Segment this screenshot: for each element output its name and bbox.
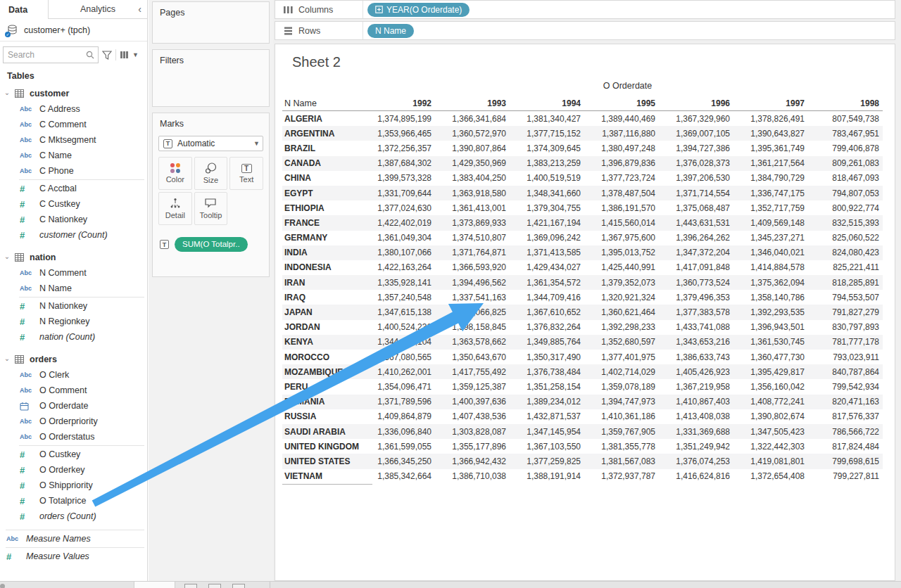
value-cell[interactable]: 1,348,341,660 xyxy=(510,188,584,198)
value-cell[interactable]: 1,363,578,662 xyxy=(435,337,510,347)
field-c-name[interactable]: AbcC Name xyxy=(0,148,147,163)
field-o-orderdate[interactable]: O Orderdate xyxy=(0,398,147,414)
table-group-customer[interactable]: ⌄customer xyxy=(0,86,147,101)
value-cell[interactable]: 1,379,496,353 xyxy=(659,293,733,302)
field-measure-names[interactable]: AbcMeasure Names xyxy=(0,531,147,547)
value-cell[interactable]: 1,371,714,554 xyxy=(659,188,733,198)
value-cell[interactable]: 1,381,567,083 xyxy=(584,456,659,466)
field-customer-count[interactable]: #customer (Count) xyxy=(0,227,147,243)
value-cell[interactable]: 1,429,434,027 xyxy=(510,262,584,272)
value-cell[interactable]: 1,376,074,253 xyxy=(659,456,733,466)
value-cell[interactable]: 1,374,309,645 xyxy=(510,143,584,153)
value-cell[interactable]: 818,467,093 xyxy=(808,173,883,183)
datasource-item[interactable]: ✓ customer+ (tpch) xyxy=(0,19,147,41)
value-cell[interactable]: 1,407,438,536 xyxy=(435,411,510,421)
field-c-acctbal[interactable]: #C Acctbal xyxy=(0,181,147,196)
value-cell[interactable]: 1,322,442,303 xyxy=(733,442,808,452)
field-c-comment[interactable]: AbcC Comment xyxy=(0,117,147,132)
value-cell[interactable]: 1,400,524,231 xyxy=(372,322,435,332)
field-o-orderkey[interactable]: #O Orderkey xyxy=(0,462,147,478)
row-label[interactable]: MOROCCO xyxy=(282,352,372,362)
year-header[interactable]: 1998 xyxy=(808,98,883,108)
new-story-icon[interactable] xyxy=(232,584,245,588)
value-cell[interactable]: 1,383,404,250 xyxy=(435,173,510,183)
value-cell[interactable]: 1,433,741,088 xyxy=(659,322,733,332)
field-n-nationkey[interactable]: #N Nationkey xyxy=(0,298,147,314)
row-label[interactable]: SAUDI ARABIA xyxy=(282,427,372,437)
year-header[interactable]: 1993 xyxy=(435,98,510,108)
value-cell[interactable]: 1,331,369,688 xyxy=(659,427,733,437)
field-c-custkey[interactable]: #C Custkey xyxy=(0,196,147,212)
value-cell[interactable]: 1,395,429,817 xyxy=(733,367,808,377)
value-cell[interactable]: 1,408,772,241 xyxy=(733,397,808,407)
value-cell[interactable]: 1,377,723,724 xyxy=(584,173,659,183)
value-cell[interactable]: 1,429,350,969 xyxy=(435,158,510,168)
column-group-header[interactable]: O Orderdate xyxy=(372,81,883,94)
field-n-regionkey[interactable]: #N Regionkey xyxy=(0,314,147,329)
filters-shelf[interactable]: Filters xyxy=(152,49,270,107)
value-cell[interactable]: 1,398,158,845 xyxy=(435,322,510,332)
value-cell[interactable]: 1,390,807,864 xyxy=(435,143,510,153)
value-cell[interactable]: 1,378,826,491 xyxy=(733,114,808,124)
value-cell[interactable]: 1,374,510,807 xyxy=(435,233,510,243)
row-label[interactable]: PERU xyxy=(282,382,372,392)
field-c-address[interactable]: AbcC Address xyxy=(0,101,147,117)
search-input[interactable] xyxy=(4,50,86,60)
value-cell[interactable]: 1,360,572,970 xyxy=(435,129,510,139)
field-o-totalprice[interactable]: #O Totalprice xyxy=(0,493,147,509)
value-cell[interactable]: 1,375,362,094 xyxy=(733,278,808,288)
value-cell[interactable]: 1,381,340,427 xyxy=(510,114,584,124)
value-cell[interactable]: 1,392,298,233 xyxy=(584,322,659,332)
value-cell[interactable]: 1,358,140,786 xyxy=(733,293,808,302)
text-button[interactable]: T Text xyxy=(229,157,263,190)
value-cell[interactable]: 1,331,709,644 xyxy=(372,188,435,198)
row-label[interactable]: BRAZIL xyxy=(282,143,372,153)
value-cell[interactable]: 1,369,007,105 xyxy=(659,129,733,139)
value-cell[interactable]: 799,227,811 xyxy=(808,471,883,481)
value-cell[interactable]: 1,335,928,141 xyxy=(372,278,435,288)
value-cell[interactable]: 1,414,884,578 xyxy=(733,262,808,272)
value-cell[interactable]: 1,371,413,585 xyxy=(510,248,584,257)
value-cell[interactable]: 1,425,440,991 xyxy=(584,262,659,272)
field-o-comment[interactable]: AbcO Comment xyxy=(0,383,147,398)
value-cell[interactable]: 1,379,352,073 xyxy=(584,278,659,288)
value-cell[interactable]: 1,352,717,759 xyxy=(733,203,808,213)
value-cell[interactable]: 1,372,937,787 xyxy=(584,471,659,481)
search-input-box[interactable] xyxy=(3,46,99,63)
value-cell[interactable]: 1,337,541,163 xyxy=(435,293,510,302)
field-n-comment[interactable]: AbcN Comment xyxy=(0,265,147,281)
rows-pill[interactable]: N Name xyxy=(367,24,414,38)
value-cell[interactable]: 1,394,496,562 xyxy=(435,278,510,288)
table-group-nation[interactable]: ⌄nation xyxy=(0,250,147,265)
value-cell[interactable]: 799,406,878 xyxy=(808,143,883,153)
value-cell[interactable]: 1,377,259,825 xyxy=(510,456,584,466)
value-cell[interactable]: 1,354,096,471 xyxy=(372,382,435,392)
value-cell[interactable]: 1,376,832,264 xyxy=(510,322,584,332)
row-header-label[interactable]: N Name xyxy=(282,98,372,108)
value-cell[interactable]: 1,361,049,304 xyxy=(372,233,435,243)
field-c-nationkey[interactable]: #C Nationkey xyxy=(0,212,147,227)
value-cell[interactable]: 1,389,234,012 xyxy=(510,397,584,407)
value-cell[interactable]: 1,396,264,262 xyxy=(659,233,733,243)
value-cell[interactable]: 1,353,966,465 xyxy=(372,129,435,139)
value-cell[interactable]: 1,379,304,755 xyxy=(510,203,584,213)
value-cell[interactable]: 794,553,507 xyxy=(808,293,883,302)
value-cell[interactable]: 1,371,789,596 xyxy=(372,397,435,407)
value-cell[interactable]: 786,566,722 xyxy=(808,427,883,437)
tab-analytics[interactable]: Analytics ‹ xyxy=(48,0,147,19)
field-nation-count[interactable]: #nation (Count) xyxy=(0,329,147,345)
value-cell[interactable]: 1,350,643,670 xyxy=(435,352,510,362)
field-orders-count[interactable]: #orders (Count) xyxy=(0,509,147,524)
row-label[interactable]: EGYPT xyxy=(282,188,372,198)
value-cell[interactable]: 825,221,411 xyxy=(808,262,883,272)
value-cell[interactable]: 781,777,178 xyxy=(808,337,883,347)
value-cell[interactable]: 1,396,879,836 xyxy=(584,158,659,168)
value-cell[interactable]: 1,357,240,548 xyxy=(372,293,435,302)
list-view-icon[interactable] xyxy=(120,51,129,59)
value-cell[interactable]: 1,376,738,484 xyxy=(510,367,584,377)
value-cell[interactable]: 1,347,145,954 xyxy=(510,427,584,437)
value-cell[interactable]: 1,386,710,038 xyxy=(435,471,510,481)
value-cell[interactable]: 1,415,560,014 xyxy=(584,218,659,228)
table-group-orders[interactable]: ⌄orders xyxy=(0,352,147,367)
value-cell[interactable]: 1,375,068,487 xyxy=(659,203,733,213)
